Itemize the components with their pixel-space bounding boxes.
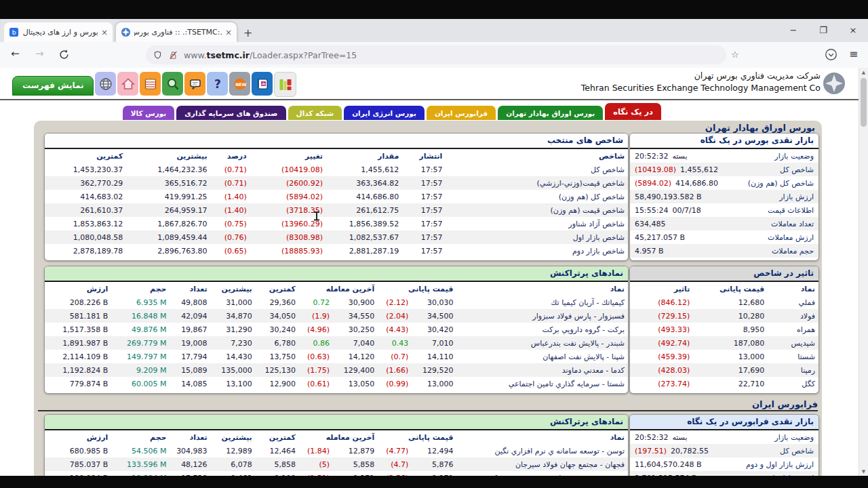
- market-nav-tabs: در یک نگاهبورس اوراق بهادار تهرانفرابورس…: [123, 103, 661, 120]
- browser-navbar: ← → www.tsetmc.ir/Loader.aspx?ParTree=15…: [0, 42, 868, 68]
- summary-row: شاخص کل1,455,612(10419.08): [630, 163, 818, 176]
- company-name-en: Tehran Securities Exchange Technology Ma…: [581, 82, 821, 94]
- table-row[interactable]: فسبزوار - پارس فولاد سبزوار34,500(2.04)3…: [45, 309, 628, 323]
- new-badge-icon[interactable]: NEW: [229, 72, 250, 96]
- table-row[interactable]: کیمیاتك - آریان کیمیا تك30,030(2.12)30,9…: [45, 296, 628, 309]
- scrollbar-thumb[interactable]: [861, 78, 867, 127]
- tse-heading: بورس اوراق بهادار تهران: [705, 123, 815, 133]
- tsetmc-page: نمایش فهرست ? NEW شرکت مدیریت فناوري بور…: [0, 68, 868, 476]
- selected-indices-title: شاخص های منتخب: [45, 134, 628, 149]
- summary-row: ارزش بازار اول و دوم11,604,570.248 B: [630, 458, 818, 471]
- column-header: حجم: [111, 430, 170, 444]
- column-header: نماد: [456, 282, 628, 296]
- library-icon[interactable]: [274, 72, 296, 97]
- table-row[interactable]: کگل22,710(273.74): [630, 377, 818, 390]
- shield-icon[interactable]: [153, 50, 163, 60]
- nav-tab-ifb[interactable]: فرابورس ایران: [427, 106, 496, 120]
- column-header: ارزش: [45, 282, 111, 296]
- nav-tab-commodity[interactable]: بورس کالا: [123, 106, 175, 120]
- table-row[interactable]: کدما - معدني دماوند129,520(1.66)129,400(…: [45, 363, 628, 377]
- forward-icon[interactable]: →: [35, 47, 44, 60]
- summary-row: حجم معاملات4.957 B: [630, 244, 818, 258]
- table-row[interactable]: شاخص کل17:571,455,612(10419.08)(0.71)1,4…: [45, 163, 628, 176]
- selected-indices-table: شاخص انتشار مقدار تغییر درصد بیشترین کمت…: [45, 149, 628, 258]
- board-icon[interactable]: [140, 72, 161, 96]
- show-list-button[interactable]: نمایش فهرست: [12, 76, 94, 96]
- table-row[interactable]: شپدیس187,080(492.74): [630, 336, 818, 350]
- tse-market-glance-title: بازار نقدی بورس در یک نگاه: [630, 134, 818, 149]
- archive-icon[interactable]: [252, 72, 273, 96]
- scroll-up-icon[interactable]: ▲: [859, 68, 868, 77]
- menu-icon[interactable]: ≡: [849, 47, 858, 60]
- summary-row: وضعیت بازاربسته20:52:32: [630, 149, 818, 163]
- browser-tabstrip: b بورس و ارز های دیجیتال × .:TSETMC:. ::…: [0, 19, 868, 42]
- glance-content: بورس اوراق بهادار تهران شاخص های منتخب ش…: [34, 121, 822, 476]
- table-row[interactable]: شبندر - پالایش نفت بندرعباس7,0100.437,04…: [45, 336, 628, 350]
- url-text: www.tsetmc.ir/Loader.aspx?ParTree=15: [184, 50, 357, 60]
- lock-slash-icon[interactable]: [168, 50, 178, 60]
- bookmark-star-icon[interactable]: ☆: [731, 49, 739, 60]
- nav-tab-codal[interactable]: شبکه کدال: [288, 106, 342, 120]
- svg-text:NEW: NEW: [235, 81, 246, 86]
- table-row[interactable]: رمپنا17,690(428.03): [630, 363, 818, 377]
- back-icon[interactable]: ←: [11, 47, 20, 60]
- scroll-down-icon[interactable]: ▼: [859, 469, 868, 474]
- table-row[interactable]: شاخص کل (هم وزن)17:57414,686.80(5894.02)…: [45, 190, 628, 203]
- column-header: بیشترین: [211, 430, 256, 444]
- table-row[interactable]: شاخص بازار دوم17:572,881,287.19(18885.93…: [45, 244, 628, 258]
- column-header: آخرین معامله: [299, 282, 378, 296]
- table-row[interactable]: توسن - توسعه سامانه ي نرم افزاري نگین12,…: [45, 444, 628, 458]
- search-icon[interactable]: [162, 72, 183, 96]
- close-icon[interactable]: ×: [838, 19, 868, 42]
- table-row[interactable]: شستا - سرمایه گذاري تامین اجتماعي13,000(…: [45, 377, 628, 390]
- help-icon[interactable]: ?: [207, 72, 228, 96]
- table-row[interactable]: شاخص قیمت (هم وزن)17:57261,612.75(3718.3…: [45, 203, 628, 217]
- table-row[interactable]: شاخص قیمت(وزني-ارزشي)17:57363,364.82(260…: [45, 176, 628, 190]
- column-header: قیمت پایانی: [693, 282, 768, 296]
- nav-tab-tse[interactable]: بورس اوراق بهادار تهران: [498, 106, 603, 120]
- column-header: حجم: [111, 282, 170, 296]
- svg-text:b: b: [12, 28, 16, 36]
- pocket-icon[interactable]: [825, 48, 837, 61]
- globe-icon[interactable]: [95, 72, 116, 96]
- selected-indices-panel: شاخص های منتخب شاخص انتشار مقدار تغییر د…: [44, 133, 629, 261]
- app-logo-icon: b: [9, 27, 19, 37]
- home-icon[interactable]: [117, 72, 138, 96]
- page-scrollbar[interactable]: ▲ ▼: [859, 68, 868, 476]
- table-row[interactable]: فجهان - مجتمع جهان فولاد سیرجان5,876(4.7…: [45, 458, 628, 471]
- table-row[interactable]: شپنا - پالایش نفت اصفهان14,110(0.7)14,12…: [45, 350, 628, 363]
- table-row[interactable]: شستا13,000(459.39): [630, 350, 818, 363]
- table-row[interactable]: شاخص آزاد شناور17:571,856,389.52(13960.2…: [45, 217, 628, 230]
- minimize-icon[interactable]: −: [778, 19, 808, 42]
- column-header: شاخص: [446, 149, 628, 163]
- table-row[interactable]: فولاد10,280(729.15): [630, 309, 818, 323]
- site-header: نمایش فهرست ? NEW شرکت مدیریت فناوري بور…: [0, 68, 868, 100]
- tab-close-icon[interactable]: ×: [101, 28, 108, 37]
- table-row[interactable]: فملي12,680(846.12): [630, 296, 818, 309]
- url-bar[interactable]: www.tsetmc.ir/Loader.aspx?ParTree=15: [146, 45, 726, 64]
- letterbox-bottom: [0, 476, 868, 488]
- tse-market-glance-list: وضعیت بازاربسته20:52:32شاخص کل1,455,612(…: [630, 149, 818, 258]
- summary-row: ارزش معاملات45,217.057 B: [630, 230, 818, 244]
- maximize-icon[interactable]: ❐: [808, 19, 838, 42]
- nav-tab-energy[interactable]: بورس انرژی ایران: [344, 106, 425, 120]
- tse-active-symbols-title: نمادهای پرتراکنش: [45, 266, 628, 282]
- message-icon[interactable]: [184, 72, 205, 96]
- nav-tab-funds[interactable]: صندوق های سرمایه گذاری: [176, 106, 285, 120]
- nav-tab-glance[interactable]: در یک نگاه: [605, 103, 661, 120]
- index-impact-title: تاثیر در شاخص: [630, 266, 818, 282]
- summary-row: شاخص کل20,782.55(197.51): [630, 444, 818, 458]
- column-header: بیشترین: [211, 282, 256, 296]
- table-row[interactable]: برکت - گروه دارویي برکت30,420(4.43)30,25…: [45, 323, 628, 336]
- reload-icon[interactable]: [58, 49, 70, 60]
- new-tab-icon[interactable]: +: [243, 26, 252, 39]
- summary-row: وضعیت بازاربسته20:52:32: [630, 430, 818, 444]
- ifb-heading: فرابورس ایران: [38, 399, 818, 411]
- index-impact-panel: تاثیر در شاخص نماد قیمت پایانی تاثیر فمل…: [629, 266, 819, 394]
- tab-close-icon[interactable]: ×: [225, 28, 232, 37]
- letterbox-top: [0, 0, 868, 19]
- browser-tab-tsetmc[interactable]: .:TSETMC:. :: فناوری بورس تهران ×: [116, 22, 237, 42]
- table-row[interactable]: همراه8,950(493.33): [630, 323, 818, 336]
- browser-tab-digital[interactable]: b بورس و ارز های دیجیتال ×: [4, 22, 113, 42]
- table-row[interactable]: شاخص بازار اول17:571,082,537.67(8308.98)…: [45, 230, 628, 244]
